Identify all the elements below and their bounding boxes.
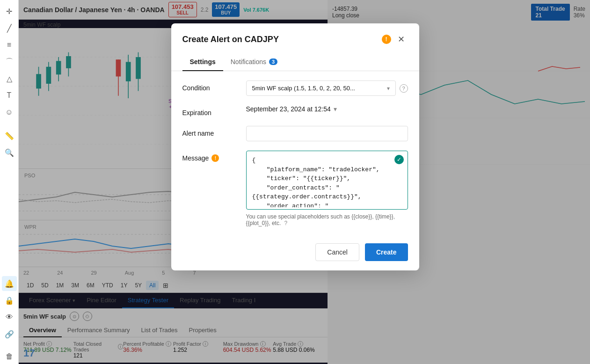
- expiration-label: Expiration: [182, 105, 239, 116]
- create-button[interactable]: Create: [365, 243, 408, 261]
- tool-measure[interactable]: 📏: [2, 128, 17, 143]
- sidebar-tools: ✛ ╱ ≡ ⌒ △ T ☺ 📏 🔍 🔔 🔒 👁 🔗 🗑: [0, 0, 19, 364]
- alert-name-label: Alert name: [182, 126, 239, 137]
- condition-help-icon[interactable]: ?: [400, 84, 408, 93]
- message-label: Message !: [182, 151, 239, 162]
- tool-curves[interactable]: ⌒: [2, 54, 17, 69]
- cancel-button[interactable]: Cancel: [315, 243, 359, 261]
- condition-chevron: ▾: [387, 85, 390, 92]
- tool-icons[interactable]: T: [2, 88, 17, 103]
- expiration-value-wrap: September 23, 2024 at 12:54 ▾: [246, 105, 408, 113]
- message-row: Message ! { "platform_name": "tradelocke…: [182, 151, 408, 210]
- notifications-badge: 3: [269, 58, 277, 65]
- condition-row: Condition 5min WF scalp (1.5, 1.5, 0, 2,…: [182, 80, 408, 96]
- alert-name-input[interactable]: [246, 126, 408, 141]
- modal-tabs: Settings Notifications 3: [171, 53, 419, 71]
- tool-smiley[interactable]: ☺: [2, 105, 17, 120]
- create-alert-modal: Create Alert on CADJPY ! ✕ Settings Noti…: [171, 23, 419, 270]
- message-valid-icon: ✓: [394, 155, 404, 164]
- tool-eye[interactable]: 👁: [2, 310, 17, 325]
- modal-title: Create Alert on CADJPY: [182, 35, 378, 44]
- modal-body: Condition 5min WF scalp (1.5, 1.5, 0, 2,…: [171, 71, 419, 236]
- tool-patterns[interactable]: △: [2, 71, 17, 86]
- expiration-value: September 23, 2024 at 12:54: [246, 105, 331, 113]
- message-input-border: { "platform_name": "tradelocker", "ticke…: [246, 151, 408, 210]
- tab-settings[interactable]: Settings: [182, 53, 223, 71]
- tool-zoom[interactable]: 🔍: [2, 145, 17, 160]
- tool-line[interactable]: ╱: [2, 21, 17, 36]
- modal-close-button[interactable]: ✕: [395, 33, 408, 46]
- alert-name-row: Alert name: [182, 126, 408, 141]
- tool-trash[interactable]: 🗑: [2, 349, 17, 364]
- alert-name-value-wrap: [246, 126, 408, 141]
- modal-footer: Cancel Create: [171, 236, 419, 270]
- expiration-row: Expiration September 23, 2024 at 12:54 ▾: [182, 105, 408, 116]
- tool-crosshair[interactable]: ✛: [2, 4, 17, 19]
- tool-alert[interactable]: 🔔: [2, 276, 17, 291]
- tool-hlines[interactable]: ≡: [2, 37, 17, 52]
- message-hint: You can use special placeholders such as…: [182, 213, 408, 226]
- condition-label: Condition: [182, 80, 239, 92]
- alert-warning-icon: !: [382, 35, 391, 44]
- tab-notifications[interactable]: Notifications 3: [223, 53, 285, 71]
- message-textarea-wrap: { "platform_name": "tradelocker", "ticke…: [246, 151, 408, 210]
- modal-overlay: Create Alert on CADJPY ! ✕ Settings Noti…: [0, 0, 590, 364]
- condition-value-wrap: 5min WF scalp (1.5, 1.5, 0, 2, 20, 50...…: [246, 80, 408, 96]
- expiration-chevron: ▾: [334, 105, 337, 113]
- message-warning-icon: !: [211, 154, 219, 162]
- modal-header: Create Alert on CADJPY ! ✕: [171, 23, 419, 46]
- tool-link[interactable]: 🔗: [2, 327, 17, 342]
- hint-help-icon[interactable]: ?: [284, 220, 288, 226]
- condition-text: 5min WF scalp (1.5, 1.5, 0, 2, 20, 50...: [252, 85, 384, 92]
- condition-dropdown[interactable]: 5min WF scalp (1.5, 1.5, 0, 2, 20, 50...…: [246, 80, 396, 96]
- message-textarea[interactable]: { "platform_name": "tradelocker", "ticke…: [247, 151, 408, 207]
- expiration-picker[interactable]: September 23, 2024 at 12:54 ▾: [246, 105, 408, 113]
- tool-lock[interactable]: 🔒: [2, 293, 17, 308]
